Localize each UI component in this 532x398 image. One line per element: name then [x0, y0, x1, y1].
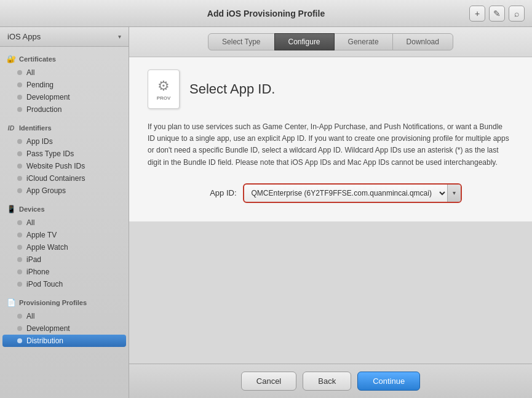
sidebar-item-label: Distribution	[26, 336, 63, 345]
dot-icon	[17, 314, 22, 319]
sidebar-section-label-provisioning: Provisioning Profiles	[19, 299, 87, 306]
title-bar-actions: + ✎ ⌕	[469, 6, 525, 22]
sidebar-item-prov-distribution[interactable]: Distribution	[2, 335, 126, 347]
sidebar-item-label: App IDs	[26, 137, 53, 146]
sidebar-item-label: App Groups	[26, 186, 66, 195]
sidebar-item-label: All	[26, 218, 34, 227]
sidebar-item-all-devices[interactable]: All	[0, 217, 129, 229]
section-header: ⚙ PROV Select App ID.	[148, 70, 514, 109]
sidebar-item-prov-development[interactable]: Development	[0, 322, 129, 335]
sidebar-item-label: Development	[26, 324, 70, 333]
dot-icon	[17, 70, 22, 75]
dot-icon	[17, 176, 22, 181]
dot-icon	[17, 282, 22, 287]
sidebar-item-pending[interactable]: Pending	[0, 79, 129, 91]
sidebar-item-icloud-containers[interactable]: iCloud Containers	[0, 172, 129, 185]
sidebar-section-label-devices: Devices	[19, 205, 45, 213]
gear-icon: ⚙	[157, 78, 170, 94]
step-generate[interactable]: Generate	[334, 33, 393, 50]
step-download[interactable]: Download	[392, 33, 453, 50]
sidebar-item-label: Pending	[26, 81, 54, 89]
step-label: Generate	[348, 38, 379, 46]
sidebar-item-iphone[interactable]: iPhone	[0, 266, 129, 278]
footer: Cancel Back Continue	[129, 364, 532, 398]
step-configure[interactable]: Configure	[274, 33, 335, 50]
sidebar-item-label: Apple TV	[26, 231, 57, 239]
sidebar-item-prov-all[interactable]: All	[0, 310, 129, 322]
provisioning-icon: 📄	[6, 298, 16, 308]
section-title: Select App ID.	[189, 81, 275, 97]
dot-icon	[17, 245, 22, 250]
sidebar-section-label-identifiers: Identifiers	[19, 124, 52, 132]
window-title: Add iOS Provisioning Profile	[207, 9, 325, 18]
step-select-type[interactable]: Select Type	[208, 33, 274, 50]
sidebar-item-ipad[interactable]: iPad	[0, 253, 129, 266]
app-id-row: App ID: QMCEnterprise (6Y2TF9FFSE.com.qu…	[148, 183, 514, 203]
sidebar-item-production[interactable]: Production	[0, 103, 129, 116]
back-button[interactable]: Back	[303, 372, 351, 391]
main-layout: iOS Apps ▾ 🔐 Certificates All Pending De…	[0, 27, 532, 398]
sidebar-item-label: All	[26, 68, 34, 77]
sidebar-section-devices: 📱 Devices	[0, 199, 129, 217]
sidebar-item-ipod-touch[interactable]: iPod Touch	[0, 278, 129, 290]
dot-icon	[17, 257, 22, 262]
app-id-select[interactable]: QMCEnterprise (6Y2TF9FFSE.com.quanmincai…	[244, 185, 447, 201]
edit-button[interactable]: ✎	[489, 6, 505, 22]
chevron-down-icon: ▾	[118, 33, 121, 40]
cancel-button[interactable]: Cancel	[241, 372, 296, 391]
add-button[interactable]: +	[469, 6, 485, 22]
dot-icon	[17, 233, 22, 237]
id-icon: ID	[6, 123, 16, 133]
sidebar-item-label: Production	[26, 105, 62, 114]
sidebar-item-label: iPad	[26, 255, 41, 264]
sidebar-item-app-ids[interactable]: App IDs	[0, 135, 129, 148]
prov-file-icon: ⚙ PROV	[148, 70, 180, 109]
sidebar-item-all-certs[interactable]: All	[0, 66, 129, 79]
dot-icon	[17, 269, 22, 274]
sidebar-item-label: iPod Touch	[26, 280, 63, 289]
dot-icon	[17, 95, 22, 100]
dot-icon	[17, 82, 22, 87]
chevron-down-icon[interactable]: ▾	[447, 185, 461, 202]
sidebar-item-label: iPhone	[26, 268, 49, 276]
sidebar: iOS Apps ▾ 🔐 Certificates All Pending De…	[0, 27, 129, 398]
title-bar: Add iOS Provisioning Profile + ✎ ⌕	[0, 0, 532, 27]
content-area: Select Type Configure Generate Download …	[129, 27, 532, 398]
sidebar-item-apple-tv[interactable]: Apple TV	[0, 229, 129, 241]
certificate-icon: 🔐	[6, 54, 16, 64]
continue-button[interactable]: Continue	[357, 372, 420, 391]
dot-icon	[17, 139, 22, 144]
sidebar-item-label: Website Push IDs	[26, 162, 85, 170]
step-label: Select Type	[222, 38, 260, 46]
device-icon: 📱	[6, 204, 16, 214]
dot-icon	[17, 188, 22, 193]
step-label: Configure	[288, 38, 320, 46]
sidebar-dropdown[interactable]: iOS Apps ▾	[0, 27, 129, 47]
sidebar-section-label-certificates: Certificates	[19, 55, 56, 63]
dot-icon	[17, 326, 22, 331]
sidebar-item-app-groups[interactable]: App Groups	[0, 185, 129, 197]
description-text: If you plan to use services such as Game…	[148, 121, 510, 169]
dot-icon	[17, 220, 22, 225]
sidebar-section-identifiers: ID Identifiers	[0, 118, 129, 135]
sidebar-item-apple-watch[interactable]: Apple Watch	[0, 241, 129, 253]
dot-icon	[17, 107, 22, 112]
step-label: Download	[407, 38, 439, 46]
sidebar-section-certificates: 🔐 Certificates	[0, 49, 129, 66]
search-button[interactable]: ⌕	[509, 6, 525, 22]
sidebar-item-website-push-ids[interactable]: Website Push IDs	[0, 160, 129, 172]
sidebar-item-label: Apple Watch	[26, 243, 68, 252]
dot-icon	[17, 338, 22, 343]
app-id-select-container: QMCEnterprise (6Y2TF9FFSE.com.quanmincai…	[243, 183, 462, 203]
app-id-label: App ID:	[200, 188, 237, 197]
sidebar-item-label: All	[26, 312, 34, 320]
content-lower-gray	[129, 221, 532, 364]
sidebar-dropdown-label: iOS Apps	[7, 32, 41, 41]
sidebar-item-development-cert[interactable]: Development	[0, 91, 129, 103]
sidebar-section-provisioning: 📄 Provisioning Profiles	[0, 293, 129, 310]
sidebar-item-pass-type-ids[interactable]: Pass Type IDs	[0, 148, 129, 160]
dot-icon	[17, 164, 22, 169]
content-body: ⚙ PROV Select App ID. If you plan to use…	[129, 57, 532, 221]
sidebar-item-label: Pass Type IDs	[26, 149, 74, 158]
sidebar-item-label: iCloud Containers	[26, 174, 85, 183]
